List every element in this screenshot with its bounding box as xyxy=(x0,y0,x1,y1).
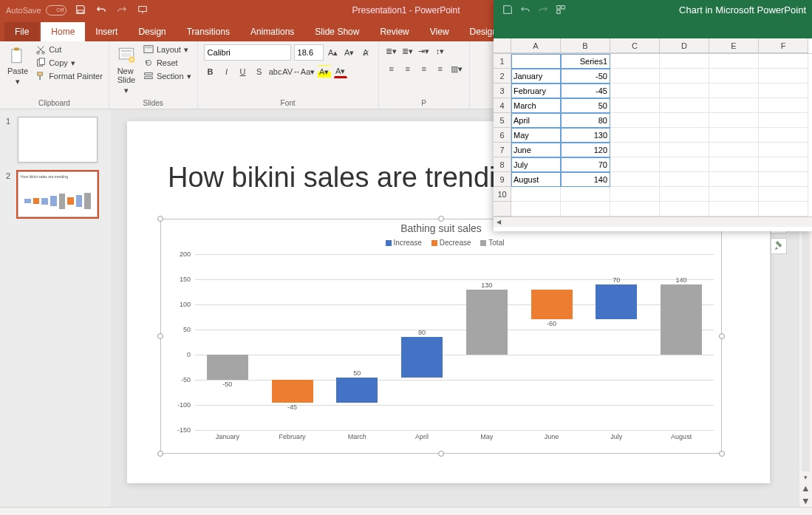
cell[interactable] xyxy=(561,202,610,216)
cell[interactable] xyxy=(610,128,660,143)
cell[interactable]: January xyxy=(511,69,561,83)
columns-button[interactable]: ▥▾ xyxy=(450,62,463,75)
cell[interactable] xyxy=(660,143,709,157)
cell[interactable] xyxy=(709,83,759,98)
char-spacing-button[interactable]: AV↔ xyxy=(285,65,298,78)
row-header[interactable]: 8 xyxy=(494,157,511,172)
align-left-button[interactable]: ≡ xyxy=(385,62,398,75)
slide-title[interactable]: How bikini sales are trendin xyxy=(168,162,511,194)
cell[interactable] xyxy=(660,54,709,69)
resize-handle[interactable] xyxy=(157,333,163,339)
slide-thumbnail-1[interactable] xyxy=(18,117,98,163)
row-header[interactable]: 10 xyxy=(494,187,511,202)
col-header[interactable]: D xyxy=(660,38,709,53)
cell[interactable]: July xyxy=(511,157,561,172)
paste-button[interactable]: Paste▾ xyxy=(6,44,30,88)
tab-animations[interactable]: Animations xyxy=(240,22,304,41)
font-color-button[interactable]: A▾ xyxy=(334,65,347,78)
row-header[interactable]: 6 xyxy=(494,128,511,143)
align-right-button[interactable]: ≡ xyxy=(417,62,431,75)
cell[interactable] xyxy=(660,157,709,172)
cell[interactable] xyxy=(759,113,808,128)
new-slide-button[interactable]: ★ New Slide▾ xyxy=(115,44,137,97)
cell[interactable] xyxy=(759,187,808,202)
cell[interactable] xyxy=(759,157,808,172)
cell[interactable]: August xyxy=(511,172,561,187)
tab-review[interactable]: Review xyxy=(369,22,419,41)
cell[interactable] xyxy=(660,202,709,216)
chart-bar[interactable] xyxy=(336,378,378,403)
cell[interactable] xyxy=(610,143,660,157)
cell[interactable] xyxy=(709,202,759,216)
row-header[interactable]: 7 xyxy=(494,143,511,157)
tab-view[interactable]: View xyxy=(420,22,460,41)
cell[interactable] xyxy=(709,157,759,172)
cell[interactable]: 50 xyxy=(561,98,610,113)
cell[interactable] xyxy=(660,98,709,113)
chart-plot-area[interactable]: -150-100-50050100150200-50-455080130-607… xyxy=(195,254,714,430)
cell[interactable] xyxy=(660,187,709,202)
bullets-button[interactable]: ≣▾ xyxy=(385,44,398,58)
tab-transitions[interactable]: Transitions xyxy=(177,22,240,41)
align-center-button[interactable]: ≡ xyxy=(401,62,414,75)
cell[interactable] xyxy=(511,54,561,69)
tab-file[interactable]: File xyxy=(4,22,39,41)
cell[interactable] xyxy=(511,187,561,202)
start-from-beginning-icon[interactable] xyxy=(137,4,148,16)
cell[interactable] xyxy=(610,157,660,172)
font-size-select[interactable] xyxy=(294,44,324,61)
numbering-button[interactable]: ≣▾ xyxy=(401,44,414,58)
row-header[interactable]: 9 xyxy=(494,172,511,187)
slide-thumbnail-2[interactable]: How bikini sales are trending xyxy=(18,171,98,217)
copy-button[interactable]: Copy ▾ xyxy=(35,58,103,68)
cell[interactable] xyxy=(759,54,808,69)
resize-handle[interactable] xyxy=(438,216,444,222)
cell[interactable]: June xyxy=(511,143,561,157)
col-header[interactable]: A xyxy=(511,38,561,53)
cell[interactable] xyxy=(759,202,808,216)
cell[interactable] xyxy=(610,113,660,128)
cell[interactable]: May xyxy=(511,128,561,143)
cell[interactable] xyxy=(759,83,808,98)
highlight-button[interactable]: A▾ xyxy=(318,65,331,78)
cell[interactable] xyxy=(610,98,660,113)
undo-icon[interactable] xyxy=(520,4,530,18)
row-header[interactable]: 5 xyxy=(494,113,511,128)
tab-insert[interactable]: Insert xyxy=(85,22,128,41)
clear-formatting-icon[interactable]: A̷ xyxy=(359,46,372,59)
cell[interactable] xyxy=(759,128,808,143)
edit-data-icon[interactable] xyxy=(556,4,566,18)
cell[interactable] xyxy=(660,113,709,128)
list-level-button[interactable]: ⇥▾ xyxy=(417,44,431,58)
cut-button[interactable]: Cut xyxy=(35,44,103,55)
chart-bar[interactable] xyxy=(531,290,573,320)
cell[interactable] xyxy=(759,172,808,187)
cell[interactable] xyxy=(709,143,759,157)
cell[interactable] xyxy=(759,98,808,113)
cell[interactable]: March xyxy=(511,98,561,113)
row-header[interactable]: 4 xyxy=(494,98,511,113)
cell[interactable] xyxy=(709,113,759,128)
autosave-toggle[interactable]: Off xyxy=(46,5,66,16)
excel-horizontal-scroll[interactable]: ◀ xyxy=(494,216,812,227)
cell[interactable] xyxy=(610,172,660,187)
cell[interactable] xyxy=(610,54,660,69)
redo-icon[interactable] xyxy=(117,4,127,16)
cell[interactable]: 70 xyxy=(561,157,610,172)
tab-design[interactable]: Design xyxy=(128,22,176,41)
cell[interactable]: 120 xyxy=(561,143,610,157)
row-header[interactable]: 1 xyxy=(494,54,511,69)
undo-icon[interactable] xyxy=(96,4,106,16)
chart-object[interactable]: Bathing suit sales Increase Decrease Tot… xyxy=(160,219,722,454)
resize-handle[interactable] xyxy=(719,451,725,457)
cell[interactable] xyxy=(660,83,709,98)
cell[interactable] xyxy=(660,172,709,187)
next-slide-icon[interactable]: ⯆ xyxy=(799,495,812,507)
cell[interactable] xyxy=(709,172,759,187)
col-header[interactable]: B xyxy=(561,38,610,53)
resize-handle[interactable] xyxy=(438,451,444,457)
cell[interactable] xyxy=(759,143,808,157)
cell[interactable] xyxy=(709,54,759,69)
sheet-body[interactable]: 1Series12January-503February-454March505… xyxy=(494,54,812,216)
cell[interactable] xyxy=(709,98,759,113)
